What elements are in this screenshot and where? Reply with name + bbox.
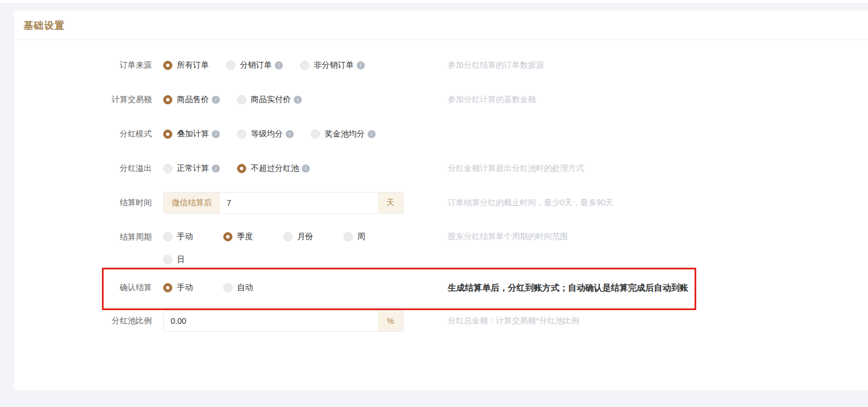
- confirm-settlement-label: 确认结算: [14, 283, 152, 293]
- settlement-time-help: 订单结算分红的截止时间，最少0天，最多90天: [433, 198, 868, 208]
- page-title: 基础设置: [23, 20, 65, 31]
- info-icon[interactable]: [357, 61, 365, 69]
- settlement-cycle-label: 结算周期: [14, 220, 152, 242]
- radio-distribution-orders[interactable]: 分销订单: [226, 57, 283, 73]
- radio-not-exceed-pool[interactable]: 不超过分红池: [237, 161, 310, 177]
- dividend-pool-ratio-input[interactable]: [164, 311, 378, 331]
- radio-non-distribution-orders[interactable]: 非分销订单: [300, 57, 365, 73]
- transaction-amount-label: 计算交易额: [14, 95, 152, 105]
- form-row-dividend-overflow: 分红溢出 正常计算 不超过分红池 分红金额计算超出分红池时的处理方式: [14, 151, 868, 186]
- radio-selected-icon[interactable]: [163, 61, 172, 70]
- info-icon[interactable]: [212, 96, 220, 104]
- radio-stacked-calculation[interactable]: 叠加计算: [163, 126, 220, 142]
- settlement-time-label: 结算时间: [14, 198, 152, 208]
- radio-unselected-icon[interactable]: [344, 232, 353, 241]
- basic-settings-card: 基础设置 订单来源 所有订单 分销订单 非分销订单: [14, 10, 868, 390]
- radio-unselected-icon[interactable]: [237, 130, 246, 139]
- form-row-settlement-cycle: 结算周期 手动 季度 月份 周: [14, 220, 868, 272]
- radio-product-price[interactable]: 商品售价: [163, 92, 220, 108]
- radio-selected-icon[interactable]: [237, 164, 246, 173]
- info-icon[interactable]: [212, 165, 220, 173]
- radio-confirm-manual[interactable]: 手动: [163, 280, 223, 296]
- dividend-mode-label: 分红模式: [14, 129, 152, 139]
- dividend-overflow-help: 分红金额计算超出分红池时的处理方式: [433, 163, 868, 174]
- radio-unselected-icon[interactable]: [223, 283, 232, 292]
- order-source-help: 参加分红结算的订单数据源: [433, 60, 868, 71]
- radio-unselected-icon[interactable]: [163, 164, 172, 173]
- form-row-settlement-time: 结算时间 微信结算后 天 订单结算分红的截止时间，最少0天，最多90天: [14, 186, 868, 220]
- settlement-time-input[interactable]: [220, 193, 378, 213]
- info-icon[interactable]: [368, 130, 376, 138]
- confirm-settlement-help: 生成结算单后，分红到账方式；自动确认是结算完成后自动到账: [433, 283, 868, 293]
- radio-selected-icon[interactable]: [223, 232, 232, 241]
- info-icon[interactable]: [302, 165, 310, 173]
- order-source-label: 订单来源: [14, 60, 152, 71]
- card-header: 基础设置: [14, 10, 868, 40]
- radio-level-equal-split[interactable]: 等级均分: [237, 126, 294, 142]
- settings-form: 订单来源 所有订单 分销订单 非分销订单 参加分红结算的订单数据源: [14, 40, 868, 338]
- radio-cycle-quarter[interactable]: 季度: [223, 229, 283, 245]
- radio-cycle-manual[interactable]: 手动: [163, 229, 223, 245]
- info-icon[interactable]: [212, 130, 220, 138]
- radio-unselected-icon[interactable]: [300, 61, 309, 70]
- dividend-pool-ratio-help: 分红总金额：计算交易额*分红池比例: [433, 316, 868, 326]
- settlement-time-input-group: 微信结算后 天: [163, 192, 404, 214]
- radio-unselected-icon[interactable]: [311, 130, 320, 139]
- form-row-confirm-settlement: 确认结算 手动 自动 生成结算单后，分红到账方式；自动确认是结算完成后自动到账: [14, 272, 868, 304]
- form-row-dividend-mode: 分红模式 叠加计算 等级均分 奖金池均分: [14, 117, 868, 151]
- radio-normal-calculation[interactable]: 正常计算: [163, 161, 220, 177]
- info-icon[interactable]: [294, 96, 302, 104]
- radio-unselected-icon[interactable]: [226, 61, 235, 70]
- radio-all-orders[interactable]: 所有订单: [163, 57, 209, 73]
- radio-confirm-auto[interactable]: 自动: [223, 280, 283, 296]
- radio-unselected-icon[interactable]: [237, 95, 246, 104]
- settlement-time-unit: 天: [378, 193, 403, 213]
- radio-unselected-icon[interactable]: [283, 232, 293, 241]
- radio-cycle-week[interactable]: 周: [344, 229, 404, 245]
- radio-unselected-icon[interactable]: [163, 255, 172, 264]
- form-row-dividend-pool-ratio: 分红池比例 % 分红总金额：计算交易额*分红池比例: [14, 304, 868, 338]
- transaction-amount-help: 参加分红计算的基数金额: [433, 95, 868, 105]
- dividend-pool-ratio-label: 分红池比例: [14, 316, 152, 326]
- radio-bonus-pool-equal-split[interactable]: 奖金池均分: [311, 126, 376, 142]
- settlement-time-prepend: 微信结算后: [164, 193, 220, 213]
- settlement-cycle-help: 股东分红结算单个周期的时间范围: [433, 220, 868, 242]
- radio-selected-icon[interactable]: [163, 95, 172, 104]
- dividend-pool-ratio-unit: %: [378, 311, 403, 331]
- dividend-overflow-label: 分红溢出: [14, 163, 152, 174]
- radio-cycle-month[interactable]: 月份: [283, 229, 344, 245]
- top-strip: [0, 0, 868, 3]
- form-row-transaction-amount: 计算交易额 商品售价 商品实付价 参加分红计算的基数金额: [14, 83, 868, 117]
- radio-unselected-icon[interactable]: [163, 232, 172, 241]
- form-row-order-source: 订单来源 所有订单 分销订单 非分销订单 参加分红结算的订单数据源: [14, 48, 868, 83]
- info-icon[interactable]: [275, 61, 283, 69]
- radio-product-paid-price[interactable]: 商品实付价: [237, 92, 302, 108]
- radio-selected-icon[interactable]: [163, 130, 172, 139]
- radio-cycle-day[interactable]: 日: [163, 252, 223, 268]
- dividend-pool-ratio-input-group: %: [163, 310, 404, 332]
- radio-selected-icon[interactable]: [163, 283, 172, 292]
- info-icon[interactable]: [286, 130, 294, 138]
